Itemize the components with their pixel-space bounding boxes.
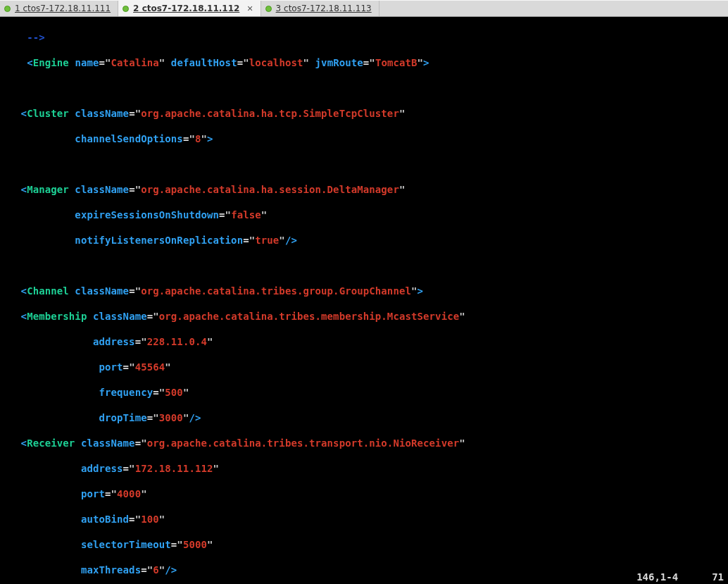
tab-2[interactable]: 2 ctos7-172.18.11.112 ✕ xyxy=(118,1,261,16)
status-percent: 71 xyxy=(712,571,724,583)
close-icon[interactable]: ✕ xyxy=(244,4,253,13)
tab-bar: 1 ctos7-172.18.11.111 2 ctos7-172.18.11.… xyxy=(0,0,728,17)
tab-3[interactable]: 3 ctos7-172.18.11.113 xyxy=(261,1,379,16)
tab-label: 1 ctos7-172.18.11.111 xyxy=(15,4,111,13)
tab-label: 2 ctos7-172.18.11.112 xyxy=(133,4,239,13)
xml-comment-end: --> xyxy=(27,32,45,43)
status-dot-icon xyxy=(123,6,129,12)
terminal-editor[interactable]: --> <Engine name="Catalina" defaultHost=… xyxy=(0,17,728,584)
tab-1[interactable]: 1 ctos7-172.18.11.111 xyxy=(0,1,118,16)
status-dot-icon xyxy=(4,6,11,12)
tab-label: 3 ctos7-172.18.11.113 xyxy=(276,4,372,13)
tab-bar-filler xyxy=(379,1,728,16)
status-dot-icon xyxy=(265,6,272,12)
status-position: 146,1-4 xyxy=(636,571,678,583)
status-bar: 146,1-4 71 xyxy=(3,571,724,583)
